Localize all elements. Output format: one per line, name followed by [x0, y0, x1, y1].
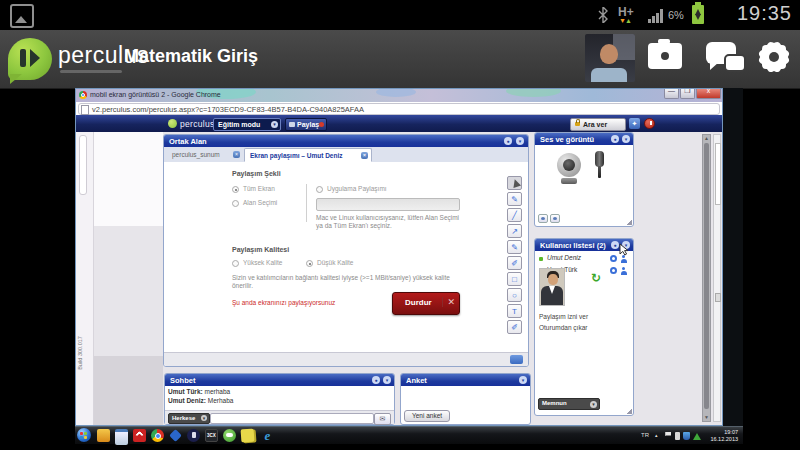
bluetooth-icon	[598, 7, 608, 23]
maximize-button[interactable]: ❐	[680, 89, 695, 99]
panel-action-button[interactable]	[510, 355, 523, 364]
app-share-input[interactable]	[316, 198, 460, 211]
mode-select[interactable]: Eğitim modu ▾	[213, 118, 281, 131]
user-settings-icon[interactable]	[610, 255, 617, 262]
start-button[interactable]	[77, 428, 91, 442]
tray-expand-icon[interactable]: ▴	[655, 432, 658, 438]
stop-sharing-button[interactable]: Durdur ✕	[392, 292, 460, 315]
marker-tool-button[interactable]: ✐	[507, 256, 522, 270]
radio-area-select-label: Alan Seçimi	[243, 199, 277, 206]
arrow-tool-button[interactable]: ↗	[507, 224, 522, 238]
rectangle-tool-button[interactable]: □	[507, 272, 522, 286]
close-button[interactable]: x	[696, 89, 721, 99]
panel-menu-icon[interactable]: ●	[611, 241, 619, 249]
line-tool-button[interactable]: ╱	[507, 208, 522, 222]
take-break-button[interactable]: Ara ver	[570, 118, 626, 131]
lock-icon	[575, 122, 580, 126]
taskbar-icon-window[interactable]	[115, 429, 128, 445]
status-bar-clock: 19:35	[737, 2, 792, 25]
taskbar-icon-app[interactable]	[97, 429, 110, 442]
radio-high-quality[interactable]	[232, 260, 239, 267]
user-person-icon[interactable]	[620, 255, 627, 262]
radio-area-select[interactable]	[232, 200, 239, 207]
audio-video-panel: Ses ve görüntü ● ▾	[534, 132, 634, 227]
panel-collapse-icon[interactable]: ▾	[519, 376, 527, 384]
page-scrollbar-outer[interactable]: ▲ ▼	[702, 134, 711, 422]
settings-gear-icon[interactable]	[757, 40, 791, 74]
pen-tool-button[interactable]: ✎	[507, 240, 522, 254]
tray-battery-icon[interactable]	[675, 432, 680, 440]
mouse-cursor-icon	[619, 243, 630, 256]
taskbar-icon-chrome[interactable]	[151, 429, 164, 442]
taskbar-icon-messenger[interactable]	[223, 429, 236, 442]
chrome-favicon	[79, 91, 87, 99]
tray-clock[interactable]: 19:07 16.12.2013	[710, 429, 738, 442]
url-text: v2.perculus.com/perculus.aspx?c=1703ECD9…	[92, 105, 364, 114]
pointer-tool-button[interactable]	[507, 176, 522, 190]
send-message-button[interactable]: ✉	[374, 413, 391, 425]
microphone-icon[interactable]	[595, 151, 604, 167]
user-row[interactable]: Umut Deniz	[539, 254, 629, 265]
radio-full-screen[interactable]	[232, 186, 239, 193]
share-type-label: Paylaşım Şekli	[232, 170, 281, 177]
panel-collapse-icon[interactable]: ▾	[383, 376, 391, 384]
minimize-button[interactable]: —	[664, 89, 679, 99]
mic-toggle-button[interactable]	[550, 214, 560, 223]
tab-screen-share[interactable]: Ekran paylaşımı – Umut Deniz ×	[244, 148, 372, 162]
power-exit-icon[interactable]	[644, 118, 655, 129]
pencil-tool-button[interactable]: ✎	[507, 192, 522, 206]
ellipse-tool-button[interactable]: ○	[507, 288, 522, 302]
monitor-icon	[289, 122, 295, 127]
panel-menu-icon[interactable]: ●	[611, 135, 619, 143]
user-settings-icon[interactable]	[610, 267, 617, 274]
signal-strength-icon	[648, 8, 664, 23]
taskbar-icon-3cx[interactable]: 3CX	[205, 429, 218, 442]
eraser-tool-button[interactable]: ✐	[507, 320, 522, 334]
status-select[interactable]: Memnun ▾	[538, 398, 600, 410]
taskbar-icon-internet-explorer[interactable]: e	[261, 429, 274, 442]
share-permission-link[interactable]: Paylaşım izni ver	[539, 313, 588, 320]
share-button[interactable]: Paylaş	[285, 118, 327, 131]
taskbar-icon-sticky-notes[interactable]	[241, 429, 255, 443]
radio-app-share[interactable]	[316, 186, 323, 193]
page-scrollbar-inner[interactable]	[713, 134, 721, 422]
refresh-icon[interactable]: ↻	[591, 271, 601, 285]
text-tool-button[interactable]: T	[507, 304, 522, 318]
screenshot-notification-icon[interactable]	[10, 4, 34, 28]
resize-handle[interactable]	[626, 408, 632, 414]
tray-flag-icon[interactable]	[665, 432, 671, 437]
chat-panel: Sohbet ● ▾ Umut Türk: merhaba Umut Deniz…	[164, 373, 395, 425]
taskbar-icon-dropbox[interactable]	[169, 429, 182, 442]
tab-close-icon[interactable]: ×	[233, 151, 240, 158]
taskbar-icon-lock-app[interactable]	[187, 429, 200, 442]
taskbar-icon-wifi[interactable]	[133, 429, 146, 442]
panel-collapse-icon[interactable]: ▾	[622, 135, 630, 143]
tab-close-icon[interactable]: ×	[361, 152, 368, 159]
tab-presentation[interactable]: perculus_sunum ×	[167, 148, 243, 162]
chevron-down-icon: ▾	[590, 401, 597, 408]
page-icon	[81, 105, 89, 115]
recipient-select[interactable]: Herkese ▾	[168, 413, 210, 424]
effects-icon[interactable]: ✦	[629, 118, 640, 129]
chat-bubbles-icon[interactable]	[706, 42, 736, 64]
panel-collapse-icon[interactable]: ▾	[516, 137, 524, 145]
tray-security-icon[interactable]	[683, 432, 690, 440]
tray-language[interactable]: TR	[641, 432, 649, 438]
self-video-thumbnail[interactable]	[585, 34, 635, 82]
chrome-titlebar[interactable]: mobil ekran görüntüsü 2 - Google Chrome …	[76, 89, 722, 102]
tray-drive-icon[interactable]	[693, 433, 701, 440]
close-icon: ✕	[442, 297, 455, 307]
resize-handle[interactable]	[626, 219, 632, 225]
new-poll-button[interactable]: Yeni anket	[404, 410, 450, 422]
webcam-toggle-button[interactable]	[538, 214, 548, 223]
radio-low-quality[interactable]	[306, 260, 313, 267]
chat-message-input[interactable]	[210, 413, 374, 424]
panel-menu-icon[interactable]: ●	[504, 137, 512, 145]
site-logo-icon	[168, 119, 177, 128]
left-scrollbar[interactable]	[79, 135, 87, 195]
webcam-icon[interactable]	[557, 153, 581, 177]
camera-icon[interactable]	[648, 43, 682, 69]
user-person-icon[interactable]	[620, 267, 627, 274]
remove-from-session-link[interactable]: Oturumdan çıkar	[539, 324, 587, 331]
panel-menu-icon[interactable]: ●	[372, 376, 380, 384]
